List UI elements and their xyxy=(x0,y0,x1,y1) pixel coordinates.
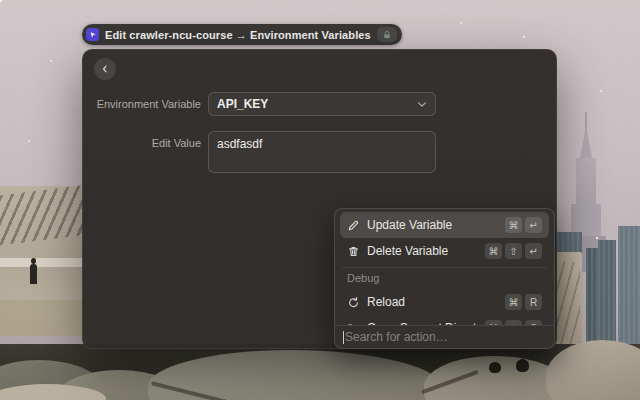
cmd-key: ⌘ xyxy=(505,217,522,233)
action-search-input[interactable] xyxy=(345,330,546,344)
r-key: R xyxy=(525,294,542,310)
return-key: ↵ xyxy=(525,243,542,259)
cmd-key: ⌘ xyxy=(485,243,502,259)
action-delete-variable[interactable]: Delete Variable ⌘ ⇧ ↵ xyxy=(340,238,549,264)
lock-icon xyxy=(377,27,397,42)
chevron-down-icon xyxy=(417,101,427,108)
env-variable-value: API_KEY xyxy=(217,97,411,111)
pencil-icon xyxy=(347,219,360,232)
reload-icon xyxy=(347,296,360,309)
debug-section-label: Debug xyxy=(347,272,542,284)
desktop: Edit crawler-ncu-course → Environment Va… xyxy=(0,0,640,400)
edit-value-label: Edit Value xyxy=(83,137,201,149)
action-list: Update Variable ⌘ ↵ Delete Variable ⌘ ⇧ … xyxy=(335,209,554,325)
extension-icon xyxy=(86,28,99,41)
action-update-variable[interactable]: Update Variable ⌘ ↵ xyxy=(340,212,549,238)
back-button[interactable] xyxy=(94,58,116,80)
chevron-left-icon xyxy=(100,64,110,74)
edit-value-textarea[interactable]: asdfasdf xyxy=(208,131,436,173)
env-variable-dropdown[interactable]: API_KEY xyxy=(208,92,436,116)
divider xyxy=(342,267,547,268)
env-variable-label: Environment Variable xyxy=(83,98,201,110)
action-reload[interactable]: Reload ⌘ R xyxy=(340,289,549,315)
shift-key: ⇧ xyxy=(505,243,522,259)
trash-icon xyxy=(347,245,360,258)
return-key: ↵ xyxy=(525,217,542,233)
action-panel: Update Variable ⌘ ↵ Delete Variable ⌘ ⇧ … xyxy=(334,208,555,349)
breadcrumb-toast[interactable]: Edit crawler-ncu-course → Environment Va… xyxy=(82,24,402,45)
cmd-key: ⌘ xyxy=(505,294,522,310)
breadcrumb-title: Edit crawler-ncu-course → Environment Va… xyxy=(105,29,371,41)
action-open-support-directory[interactable]: Open Support Directory ⌘ ⇧ S xyxy=(340,315,549,325)
action-search-bar[interactable] xyxy=(335,325,554,348)
text-caret xyxy=(343,331,344,344)
